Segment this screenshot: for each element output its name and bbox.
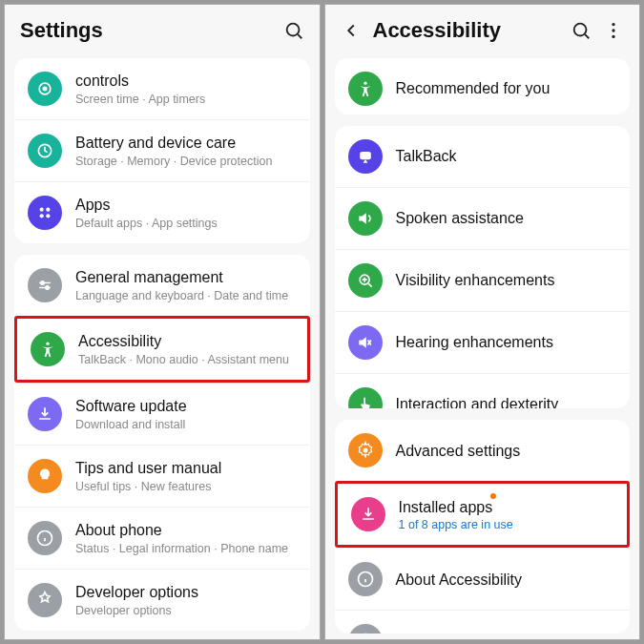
page-title: Accessibility xyxy=(373,18,560,43)
tips-icon xyxy=(28,459,62,493)
info-icon xyxy=(28,521,62,555)
svg-point-11 xyxy=(41,281,44,284)
item-text: Accessibility TalkBack · Mono audio · As… xyxy=(78,332,294,365)
page-title: Settings xyxy=(20,18,272,43)
svg-point-21 xyxy=(612,35,614,38)
more-icon[interactable] xyxy=(603,20,624,41)
settings-group-2: General management Language and keyboard… xyxy=(14,255,310,631)
item-text: Recommended for you xyxy=(396,79,617,97)
item-text: Developer options Developer options xyxy=(75,583,297,616)
item-apps[interactable]: Apps Default apps · App settings xyxy=(14,181,310,243)
settings-header: Settings xyxy=(5,5,320,52)
item-software-update[interactable]: Software update Download and install xyxy=(14,383,310,445)
developer-icon xyxy=(28,583,62,617)
item-text: Installed apps 1 of 8 apps are in use xyxy=(399,498,614,531)
svg-line-1 xyxy=(298,34,301,38)
item-spoken[interactable]: Spoken assistance xyxy=(335,187,631,249)
speaker-icon xyxy=(348,201,383,236)
item-hearing[interactable]: Hearing enhancements xyxy=(335,311,631,373)
search-icon[interactable] xyxy=(571,20,592,41)
a11y-group-2: Advanced settings Installed apps 1 of 8 … xyxy=(335,420,631,634)
item-battery[interactable]: Battery and device care Storage · Memory… xyxy=(14,119,310,181)
download-icon xyxy=(28,397,62,431)
battery-icon xyxy=(28,134,62,168)
item-contact[interactable]: Contact us xyxy=(335,610,631,634)
item-about-a11y[interactable]: About Accessibility xyxy=(335,548,631,610)
item-text: Software update Download and install xyxy=(75,397,297,430)
a11y-group-1: TalkBack Spoken assistance Visibility en… xyxy=(335,126,631,409)
svg-rect-23 xyxy=(360,152,371,159)
talkback-icon xyxy=(348,139,383,174)
item-text: controls Screen time · App timers xyxy=(75,72,297,105)
gear-icon xyxy=(348,433,383,467)
item-general[interactable]: General management Language and keyboard… xyxy=(14,255,310,316)
info-icon xyxy=(348,562,383,596)
item-text: General management Language and keyboard… xyxy=(75,268,297,301)
back-icon[interactable] xyxy=(341,20,362,41)
svg-point-6 xyxy=(46,208,50,212)
item-advanced[interactable]: Advanced settings xyxy=(335,420,631,481)
item-accessibility[interactable]: Accessibility TalkBack · Mono audio · As… xyxy=(14,316,310,383)
item-recommended[interactable]: Recommended for you xyxy=(335,58,631,114)
item-talkback[interactable]: TalkBack xyxy=(335,126,631,187)
hearing-icon xyxy=(348,325,383,360)
svg-point-8 xyxy=(46,214,50,218)
svg-point-19 xyxy=(612,23,614,26)
svg-point-5 xyxy=(40,208,44,212)
accessibility-icon xyxy=(31,332,65,366)
svg-line-27 xyxy=(368,283,371,286)
item-interaction[interactable]: Interaction and dexterity xyxy=(335,373,631,409)
svg-point-0 xyxy=(286,24,299,36)
item-developer[interactable]: Developer options Developer options xyxy=(14,569,310,631)
svg-point-17 xyxy=(574,24,587,36)
search-icon[interactable] xyxy=(283,20,304,41)
item-text: About phone Status · Legal information ·… xyxy=(75,521,297,554)
accessibility-icon xyxy=(348,72,383,106)
svg-line-18 xyxy=(585,34,589,38)
svg-point-12 xyxy=(46,286,49,289)
installed-apps-icon xyxy=(351,497,385,531)
settings-group-1: controls Screen time · App timers Batter… xyxy=(14,58,310,243)
item-controls[interactable]: controls Screen time · App timers xyxy=(14,58,310,119)
svg-point-3 xyxy=(43,87,46,90)
item-text: Battery and device care Storage · Memory… xyxy=(75,134,297,167)
settings-panel: Settings controls Screen time · App time… xyxy=(4,4,321,640)
apps-icon xyxy=(28,196,62,230)
zoom-icon xyxy=(348,263,383,298)
svg-point-30 xyxy=(363,448,367,453)
general-icon xyxy=(28,268,62,302)
controls-icon xyxy=(28,72,62,106)
svg-point-22 xyxy=(364,82,366,85)
svg-point-7 xyxy=(40,214,44,218)
item-text: Apps Default apps · App settings xyxy=(75,196,297,229)
item-tips[interactable]: Tips and user manual Useful tips · New f… xyxy=(14,445,310,507)
svg-point-13 xyxy=(46,343,49,345)
item-visibility[interactable]: Visibility enhancements xyxy=(335,249,631,311)
accessibility-panel: Accessibility Recommended for you TalkBa… xyxy=(324,4,641,640)
accessibility-header: Accessibility xyxy=(325,5,640,52)
a11y-group-recommended: Recommended for you xyxy=(335,58,631,114)
item-text: Tips and user manual Useful tips · New f… xyxy=(75,459,297,492)
contact-icon xyxy=(348,624,383,634)
touch-icon xyxy=(348,387,383,409)
svg-point-20 xyxy=(612,29,614,31)
item-about-phone[interactable]: About phone Status · Legal information ·… xyxy=(14,507,310,569)
item-installed-apps[interactable]: Installed apps 1 of 8 apps are in use xyxy=(335,481,631,548)
